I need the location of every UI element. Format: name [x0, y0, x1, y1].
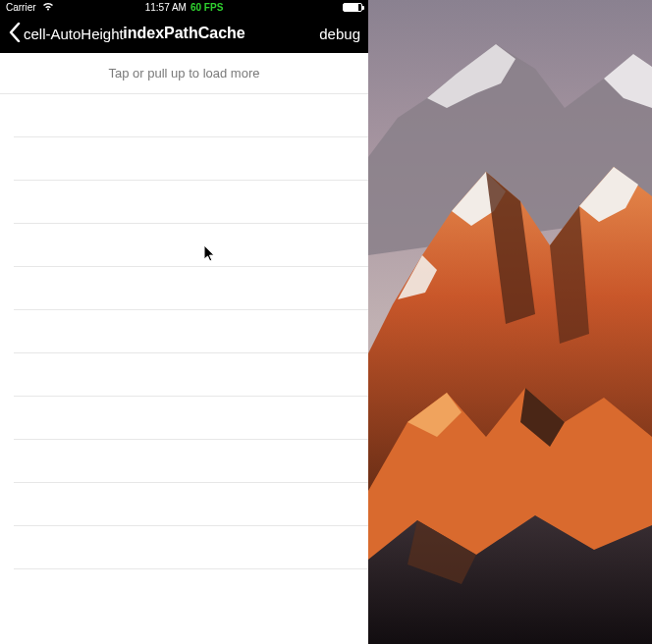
status-bar-right [343, 3, 362, 12]
table-row[interactable] [14, 137, 368, 181]
load-more-row[interactable]: Tap or pull up to load more [0, 53, 368, 94]
table-row[interactable] [14, 353, 368, 397]
table-row[interactable] [14, 483, 368, 526]
table-row[interactable] [14, 224, 368, 267]
navigation-bar: cell-AutoHeight indexPathCache debug [0, 14, 368, 53]
mountain-wallpaper-icon [368, 0, 652, 644]
back-label: cell-AutoHeight [24, 26, 124, 42]
load-more-label: Tap or pull up to load more [109, 66, 260, 80]
battery-icon [343, 3, 362, 12]
chevron-left-icon [8, 23, 22, 45]
table-row[interactable] [14, 440, 368, 483]
table-row[interactable] [14, 526, 368, 569]
macos-desktop-wallpaper [368, 0, 652, 644]
status-time: 11:57 AM [145, 2, 187, 13]
table-row[interactable] [14, 397, 368, 440]
back-button[interactable]: cell-AutoHeight [8, 23, 124, 45]
table-row[interactable] [14, 310, 368, 353]
nav-title: indexPathCache [123, 25, 244, 42]
fps-counter: 60 FPS [190, 2, 223, 13]
table-view[interactable]: Tap or pull up to load more [0, 53, 368, 644]
status-bar-left: Carrier [6, 2, 54, 13]
carrier-label: Carrier [6, 2, 36, 13]
table-row[interactable] [14, 94, 368, 137]
wifi-icon [42, 2, 54, 13]
debug-button[interactable]: debug [319, 26, 360, 42]
table-row[interactable] [14, 181, 368, 224]
ios-simulator-pane: Carrier 11:57 AM 60 FPS cell-AutoHeight [0, 0, 368, 644]
table-row[interactable] [14, 267, 368, 310]
status-bar: Carrier 11:57 AM 60 FPS [0, 0, 368, 14]
status-bar-center: 11:57 AM 60 FPS [145, 2, 224, 13]
root: Carrier 11:57 AM 60 FPS cell-AutoHeight [0, 0, 652, 644]
